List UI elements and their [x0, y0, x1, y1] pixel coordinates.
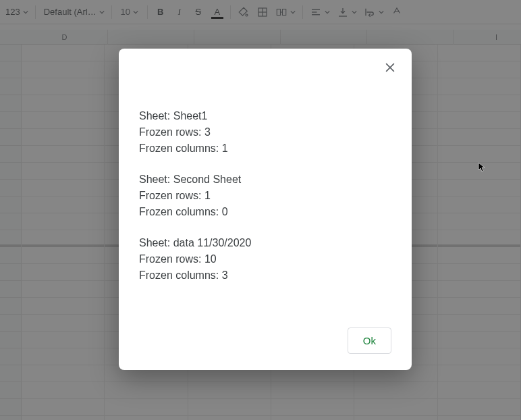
alert-dialog: Sheet: Sheet1 Frozen rows: 3 Frozen colu…	[119, 49, 412, 370]
close-icon	[383, 61, 397, 74]
frozen-rows-line: Frozen rows: 1	[139, 188, 391, 204]
dialog-actions: Ok	[139, 327, 391, 354]
frozen-cols-line: Frozen columns: 3	[139, 267, 391, 284]
sheet-line: Sheet: Second Sheet	[139, 172, 391, 188]
sheet-info-block: Sheet: Second Sheet Frozen rows: 1 Froze…	[139, 172, 391, 220]
frozen-cols-line: Frozen columns: 1	[139, 140, 391, 157]
ok-button[interactable]: Ok	[348, 327, 391, 354]
sheet-info-block: Sheet: data 11/30/2020 Frozen rows: 10 F…	[139, 235, 391, 284]
frozen-rows-line: Frozen rows: 10	[139, 251, 391, 267]
close-button[interactable]	[379, 57, 401, 78]
sheet-line: Sheet: data 11/30/2020	[139, 235, 391, 251]
sheet-info-block: Sheet: Sheet1 Frozen rows: 3 Frozen colu…	[139, 108, 391, 157]
dialog-content: Sheet: Sheet1 Frozen rows: 3 Frozen colu…	[139, 72, 391, 327]
sheet-line: Sheet: Sheet1	[139, 108, 391, 124]
frozen-cols-line: Frozen columns: 0	[139, 204, 391, 220]
frozen-rows-line: Frozen rows: 3	[139, 124, 391, 140]
